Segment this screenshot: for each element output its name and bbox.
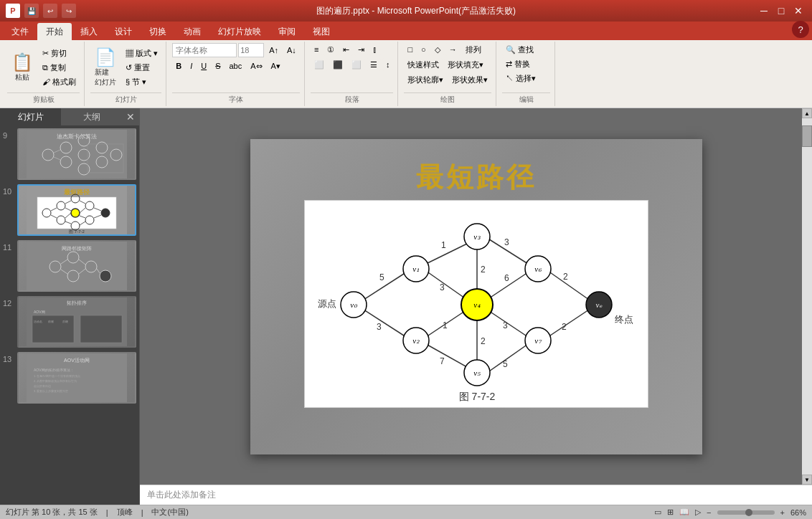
font-size-input[interactable]: [238, 43, 264, 57]
shapes-btn[interactable]: □: [404, 43, 416, 56]
font-color-button[interactable]: A▾: [268, 59, 284, 72]
ribbon-toolbar: 📋 粘贴 ✂ 剪切 ⧉ 复制 🖌 格式刷 剪贴板 📄 新建幻灯片 ▦ 版式: [0, 40, 812, 108]
cut-button[interactable]: ✂ 剪切: [39, 47, 80, 60]
slide-sorter-button[interactable]: ⊞: [667, 508, 674, 517]
source-label: 源点: [318, 298, 336, 309]
right-scrollbar: ▲ ▼: [802, 108, 812, 485]
panel-tab-outline[interactable]: 大纲: [61, 108, 122, 125]
slide-thumb-inner-13: AOV活动网 AOV网的拓扑排序算法： 1. 在AOV网中选一个没有前驱的顶点 …: [19, 353, 135, 402]
format-painter-button[interactable]: 🖌 格式刷: [39, 76, 80, 89]
shapes-btn2[interactable]: ○: [417, 43, 430, 56]
shapes-btn3[interactable]: ◇: [431, 43, 444, 56]
svg-line-79: [548, 310, 589, 337]
drawing-row2: 快速样式 形状填充▾: [404, 58, 487, 71]
notes-area[interactable]: 单击此处添加备注: [140, 485, 812, 505]
panel-tab-slides[interactable]: 幻灯片: [0, 108, 61, 125]
align-left-button[interactable]: ⬜: [311, 58, 328, 71]
strikethrough-button[interactable]: S: [212, 59, 224, 72]
shape-effect-button[interactable]: 形状效果▾: [448, 73, 491, 86]
slide-item-13[interactable]: 13 AOV活动网 AOV网的拓扑排序算法： 1. 在AOV网中选一个没有前驱的…: [3, 352, 136, 404]
tab-home[interactable]: 开始: [37, 23, 72, 40]
slide-preview-12: 拓扑排序 AOV网 活动名 前驱 后继: [27, 297, 127, 346]
align-center-button[interactable]: ⬛: [329, 58, 346, 71]
line-spacing-button[interactable]: ↕: [382, 58, 394, 71]
para-row1: ≡ ① ⇤ ⇥ ⫿: [311, 43, 381, 56]
italic-button[interactable]: I: [187, 59, 196, 72]
zoom-slider[interactable]: [717, 510, 775, 515]
tab-view[interactable]: 视图: [304, 23, 339, 40]
section-button[interactable]: § 节 ▾: [122, 76, 161, 89]
reset-button[interactable]: ↺ 重置: [122, 62, 161, 75]
slide-item-9[interactable]: 9 迪杰斯卡尔算法: [3, 128, 136, 180]
slide-item-11[interactable]: 11 网路邻接矩阵: [3, 240, 136, 292]
canvas-area[interactable]: 最短路径 5: [140, 108, 812, 485]
paste-button[interactable]: 📋 粘贴: [7, 47, 37, 90]
align-right-button[interactable]: ⬜: [348, 58, 365, 71]
slide-item-10[interactable]: 10 最短路径: [3, 184, 136, 236]
indent-increase-button[interactable]: ⇥: [354, 43, 368, 56]
font-name-input[interactable]: [172, 43, 237, 57]
save-quickbtn[interactable]: 💾: [24, 4, 39, 18]
scroll-down-button[interactable]: ▼: [802, 475, 812, 485]
node-v6-label: v₆: [534, 265, 542, 273]
bold-button[interactable]: B: [172, 59, 185, 72]
find-button[interactable]: 🔍 查找: [502, 43, 537, 56]
help-button[interactable]: ?: [792, 21, 809, 38]
arrange-button[interactable]: 排列: [462, 43, 485, 56]
ribbon-group-slides: 📄 新建幻灯片 ▦ 版式 ▾ ↺ 重置 § 节 ▾ 幻灯片: [86, 42, 166, 106]
close-button[interactable]: ✕: [790, 4, 806, 18]
slide-canvas[interactable]: 最短路径 5: [250, 139, 702, 454]
svg-text:后继: 后继: [62, 320, 68, 323]
peak-label: |: [106, 508, 108, 517]
canvas-scroll: 最短路径 5: [140, 108, 812, 485]
justify-button[interactable]: ☰: [367, 58, 381, 71]
normal-view-button[interactable]: ▭: [654, 508, 661, 517]
panel-close-button[interactable]: ✕: [122, 108, 139, 125]
slide-number-13: 13: [3, 352, 14, 363]
layout-button[interactable]: ▦ 版式 ▾: [122, 47, 161, 60]
svg-line-71: [426, 344, 467, 367]
shape-outline-button[interactable]: 形状轮廓▾: [404, 73, 447, 86]
svg-point-21: [71, 209, 80, 217]
char-spacing-button[interactable]: A⇔: [247, 59, 265, 72]
shape-fill-button[interactable]: 形状填充▾: [444, 58, 487, 71]
svg-point-25: [101, 209, 110, 217]
tab-transitions[interactable]: 切换: [141, 23, 175, 40]
slide-number-12: 12: [3, 296, 14, 308]
minimize-button[interactable]: ─: [756, 4, 772, 18]
redo-quickbtn[interactable]: ↪: [62, 4, 76, 18]
tab-review[interactable]: 审阅: [270, 23, 304, 40]
node-v5-label: v₅: [473, 368, 481, 377]
select-button[interactable]: ↖ 选择▾: [502, 72, 539, 85]
tab-animations[interactable]: 动画: [175, 23, 209, 40]
tab-slideshow[interactable]: 幻灯片放映: [209, 23, 270, 40]
zoom-in-button[interactable]: +: [780, 508, 785, 517]
tab-file[interactable]: 文件: [3, 23, 37, 40]
reading-view-button[interactable]: 📖: [679, 508, 689, 517]
quick-styles-button[interactable]: 快速样式: [404, 58, 443, 71]
scroll-thumb[interactable]: [802, 125, 812, 147]
numbering-button[interactable]: ①: [324, 43, 338, 56]
slideshow-button[interactable]: ▷: [695, 508, 701, 517]
copy-button[interactable]: ⧉ 复制: [39, 62, 80, 75]
undo-quickbtn[interactable]: ↩: [43, 4, 57, 18]
replace-button[interactable]: ⇄ 替换: [502, 57, 534, 70]
zoom-slider-thumb[interactable]: [745, 509, 752, 516]
tab-design[interactable]: 设计: [106, 23, 141, 40]
shadow-button[interactable]: abc: [226, 59, 246, 72]
underline-button[interactable]: U: [197, 59, 210, 72]
zoom-out-button[interactable]: −: [707, 508, 711, 517]
slide-thumb-inner-11: 网路邻接矩阵: [19, 242, 135, 290]
scroll-up-button[interactable]: ▲: [802, 108, 812, 118]
columns-button[interactable]: ⫿: [369, 43, 381, 56]
slide-item-12[interactable]: 12 拓扑排序 AOV网 活动名 前驱 后继: [3, 296, 136, 348]
shapes-btn4[interactable]: →: [445, 43, 461, 56]
bullets-button[interactable]: ≡: [311, 43, 322, 56]
tab-insert[interactable]: 插入: [72, 23, 106, 40]
decrease-font-button[interactable]: A↓: [283, 44, 300, 57]
maximize-button[interactable]: □: [773, 4, 789, 18]
indent-decrease-button[interactable]: ⇤: [339, 43, 353, 56]
svg-line-69: [426, 271, 467, 300]
increase-font-button[interactable]: A↑: [265, 44, 282, 57]
new-slide-button[interactable]: 📄 新建幻灯片: [90, 47, 121, 90]
